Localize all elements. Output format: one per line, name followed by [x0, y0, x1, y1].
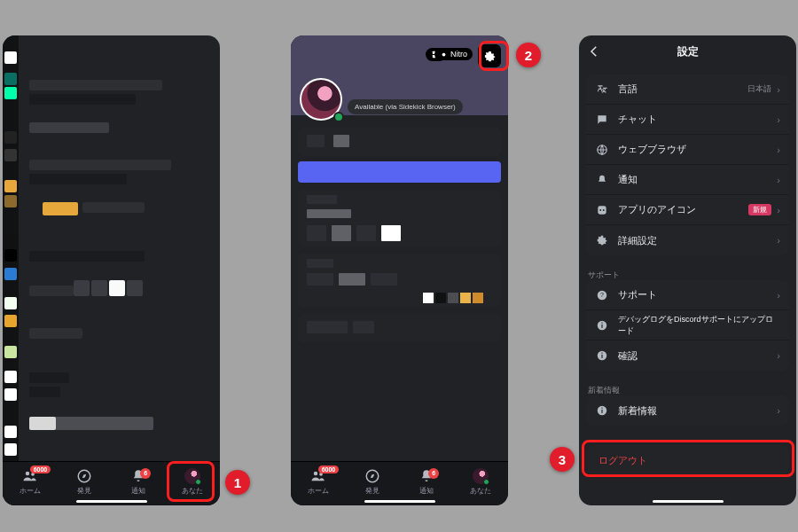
row-news-label: 新着情報: [618, 404, 777, 418]
tab-discover[interactable]: 発見: [349, 468, 395, 496]
screen-profile: Nitro Available (via Sidekick Browser): [291, 35, 508, 505]
row-browser-label: ウェブブラウザ: [618, 143, 777, 156]
avatar-icon: [473, 468, 489, 484]
tab-you[interactable]: あなた: [458, 468, 504, 496]
row-debuglog[interactable]: デバッグログをDiscordサポートにアップロード: [586, 310, 789, 340]
row-confirm[interactable]: 確認 ›: [586, 340, 789, 371]
row-support[interactable]: ? サポート ›: [586, 280, 789, 310]
row-chat-label: チャット: [618, 113, 777, 126]
chevron-right-icon: ›: [777, 175, 780, 185]
settings-list-news: 新着情報 ›: [586, 395, 789, 426]
globe-icon: [596, 144, 608, 156]
new-badge: 新規: [748, 204, 771, 215]
tab-notif-badge: 6: [140, 468, 151, 479]
svg-rect-22: [601, 353, 602, 354]
language-icon: [596, 83, 608, 96]
compass-icon: [76, 468, 92, 484]
row-app-icon[interactable]: アプリのアイコン 新規 ›: [586, 195, 789, 225]
row-debuglog-label: デバッグログをDiscordサポートにアップロード: [618, 314, 780, 337]
tab-home[interactable]: 6000 ホーム: [295, 468, 341, 496]
callout-3: 3: [550, 447, 575, 472]
row-confirm-label: 確認: [618, 349, 777, 363]
chevron-right-icon: ›: [777, 145, 780, 155]
tab-home-badge: 6000: [30, 466, 51, 473]
svg-point-7: [442, 52, 446, 56]
tab-notifications[interactable]: 6 通知: [403, 468, 450, 496]
svg-rect-18: [601, 324, 602, 327]
profile-avatar[interactable]: [300, 78, 342, 121]
screen-settings: 設定 言語 日本語 › チャット › ウェブブラウザ › 通知 › アプリのアイ…: [579, 35, 796, 505]
svg-rect-24: [601, 410, 602, 413]
row-news[interactable]: 新着情報 ›: [586, 395, 789, 426]
settings-header: 設定: [579, 35, 796, 67]
presence-online-icon: [333, 112, 344, 122]
tab-home[interactable]: 6000 ホーム: [7, 468, 53, 496]
chevron-right-icon: ›: [777, 235, 780, 246]
tab-notifications[interactable]: 6 通知: [115, 468, 161, 496]
chevron-right-icon: ›: [777, 350, 780, 361]
tab-home-label: ホーム: [308, 487, 329, 495]
callout-1: 1: [225, 470, 250, 495]
chat-icon: [596, 113, 608, 126]
tab-bar: 6000 ホーム 発見 6 通知 あなた: [3, 461, 220, 505]
svg-point-0: [25, 472, 29, 476]
tab-you[interactable]: あなた: [169, 468, 215, 496]
screen-dm-list: 6000 ホーム 発見 6 通知 あなた: [3, 35, 220, 505]
row-language-label: 言語: [618, 82, 747, 96]
home-indicator: [653, 500, 724, 503]
svg-rect-19: [601, 322, 602, 323]
nitro-label: Nitro: [450, 50, 467, 59]
logout-label: ログアウト: [598, 454, 647, 467]
nitro-button[interactable]: Nitro: [434, 48, 473, 60]
svg-point-8: [313, 472, 317, 476]
tab-home-label: ホーム: [20, 487, 41, 495]
row-language-value: 日本語: [747, 83, 771, 95]
info-icon: [596, 404, 608, 417]
tab-notif-label: 通知: [131, 487, 145, 495]
row-advanced[interactable]: 詳細設定 ›: [586, 225, 789, 255]
help-icon: ?: [596, 289, 608, 301]
info-icon: [596, 319, 608, 332]
svg-point-13: [599, 209, 601, 211]
settings-button[interactable]: [478, 44, 501, 67]
row-advanced-label: 詳細設定: [618, 234, 777, 247]
tab-discover[interactable]: 発見: [61, 468, 107, 496]
nitro-icon: [440, 51, 448, 59]
chevron-right-icon: ›: [777, 84, 780, 95]
callout-2: 2: [516, 43, 541, 67]
svg-rect-21: [601, 355, 602, 358]
svg-rect-25: [601, 408, 602, 409]
avatar-icon: [184, 468, 200, 484]
back-button[interactable]: [586, 43, 604, 61]
tab-bar: 6000 ホーム 発見 6 通知 あなた: [291, 461, 508, 505]
tab-you-label: あなた: [470, 487, 491, 495]
logout-button[interactable]: ログアウト: [586, 445, 789, 475]
row-language[interactable]: 言語 日本語 ›: [586, 74, 789, 105]
row-notifications[interactable]: 通知 ›: [586, 165, 789, 195]
home-indicator: [364, 500, 435, 503]
profile-card-name: [298, 128, 501, 156]
row-chat[interactable]: チャット ›: [586, 105, 789, 135]
row-browser[interactable]: ウェブブラウザ ›: [586, 135, 789, 165]
row-appicon-label: アプリのアイコン: [618, 203, 748, 216]
svg-rect-12: [598, 206, 606, 214]
app-icon-icon: [596, 204, 608, 216]
chevron-right-icon: ›: [777, 290, 780, 301]
settings-title: 設定: [677, 44, 699, 59]
row-support-label: サポート: [618, 288, 777, 301]
settings-list-app: 言語 日本語 › チャット › ウェブブラウザ › 通知 › アプリのアイコン …: [586, 74, 789, 255]
edit-profile-button[interactable]: [298, 161, 501, 183]
server-rail: [3, 35, 19, 505]
svg-point-14: [603, 209, 605, 211]
tab-discover-label: 発見: [77, 487, 91, 495]
tab-you-label: あなた: [182, 487, 203, 495]
chevron-right-icon: ›: [777, 205, 780, 215]
compass-icon: [364, 468, 380, 484]
custom-status-text: Available (via Sidekick Browser): [348, 99, 463, 114]
settings-list-support: ? サポート › デバッグログをDiscordサポートにアップロード 確認 ›: [586, 280, 789, 371]
profile-card-about: [298, 190, 501, 246]
tab-notif-label: 通知: [419, 487, 434, 495]
gear-icon: [483, 50, 497, 63]
arrow-left-icon: [586, 43, 602, 59]
tab-discover-label: 発見: [365, 487, 379, 495]
